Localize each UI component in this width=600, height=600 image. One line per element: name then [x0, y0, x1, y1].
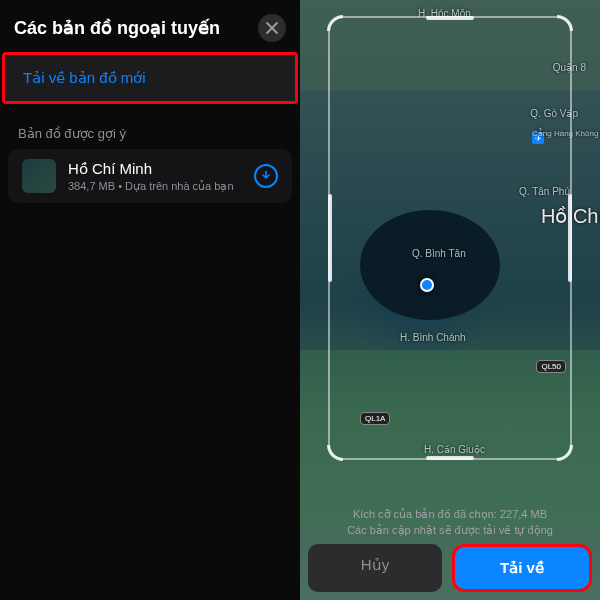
auto-update-text: Các bản cập nhật sẽ được tải về tự động: [310, 523, 590, 538]
frame-handle-icon[interactable]: [328, 194, 332, 282]
suggested-item-detail: 384,7 MB • Dựa trên nhà của bạn: [68, 180, 254, 193]
suggested-section-label: Bản đồ được gợi ý: [0, 104, 300, 149]
download-button[interactable]: Tải về: [455, 547, 589, 589]
suggested-map-item[interactable]: Hồ Chí Minh 384,7 MB • Dựa trên nhà của …: [8, 149, 292, 203]
sheet-header: Các bản đồ ngoại tuyến: [0, 0, 300, 52]
sheet-title: Các bản đồ ngoại tuyến: [14, 17, 220, 39]
cancel-button[interactable]: Hủy: [308, 544, 442, 592]
action-buttons: Hủy Tải về: [308, 544, 592, 592]
offline-maps-sheet: Các bản đồ ngoại tuyến Tải về bản đồ mới…: [0, 0, 300, 600]
suggested-item-text: Hồ Chí Minh 384,7 MB • Dựa trên nhà của …: [68, 160, 254, 193]
map-thumbnail-icon: [22, 159, 56, 193]
close-icon: [266, 22, 278, 34]
tutorial-highlight-download-new: Tải về bản đồ mới: [2, 52, 298, 104]
tutorial-highlight-download: Tải về: [452, 544, 592, 592]
download-new-map-button[interactable]: Tải về bản đồ mới: [5, 55, 295, 101]
suggested-item-title: Hồ Chí Minh: [68, 160, 254, 178]
map-size-text: Kích cỡ của bản đồ đã chọn: 227,4 MB: [310, 507, 590, 522]
map-selection-frame[interactable]: [328, 16, 572, 460]
map-area-selection: H. Hóc Môn Quận 8 Q. Gò Vấp ✈ Cảng Hàng …: [300, 0, 600, 600]
selection-info: Kích cỡ của bản đồ đã chọn: 227,4 MB Các…: [300, 507, 600, 538]
close-button[interactable]: [258, 14, 286, 42]
frame-handle-icon[interactable]: [426, 456, 474, 460]
frame-handle-icon[interactable]: [426, 16, 474, 20]
frame-handle-icon[interactable]: [568, 194, 572, 282]
download-icon[interactable]: [254, 164, 278, 188]
